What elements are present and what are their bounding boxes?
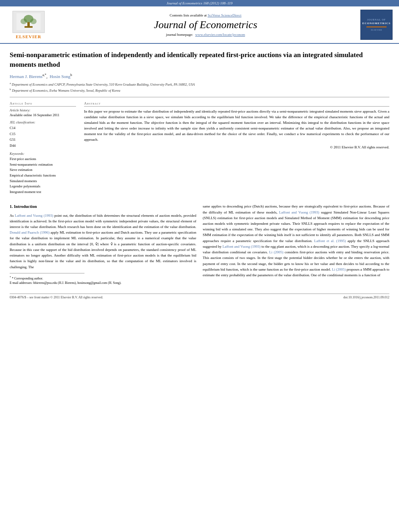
svg-rect-3 bbox=[25, 26, 33, 28]
paper-title: Semi-nonparametric estimation of indepen… bbox=[10, 50, 389, 70]
history-block: Article history: Available online 16 Sep… bbox=[10, 108, 76, 117]
author-bierens: Herman J. Bierensa,*, bbox=[10, 74, 49, 79]
li-2005-link2[interactable]: Li (2005) bbox=[332, 267, 346, 271]
intro-heading: 1. Introduction bbox=[10, 203, 196, 210]
keywords-label: Keywords: bbox=[10, 152, 76, 156]
svg-point-4 bbox=[21, 18, 27, 24]
elsevier-text: ELSEVIER bbox=[16, 34, 41, 39]
homepage-label: journal homepage: www.elsevier.com/locat… bbox=[51, 33, 360, 37]
header-divider bbox=[10, 97, 389, 97]
affiliation-a: a Department of Economics and CAPCP, Pen… bbox=[10, 81, 389, 87]
abstract-col: Abstract In this paper we propose to est… bbox=[84, 101, 389, 198]
li-2005-link[interactable]: Li (2005) bbox=[269, 250, 283, 254]
left-body: As Laffont and Vuong (1993) point out, t… bbox=[10, 213, 196, 270]
main-right: same applies to descending price (Dutch)… bbox=[203, 203, 389, 286]
copyright: © 2011 Elsevier B.V. All rights reserved… bbox=[84, 145, 389, 149]
authors-line: Herman J. Bierensa,*, Hosin Songb bbox=[10, 74, 389, 79]
jel-label: JEL classification: bbox=[10, 120, 76, 124]
affiliation-b: b Department of Economics, Ewha Womans U… bbox=[10, 87, 389, 93]
page-footer: 0304-4076/$ – see front matter © 2011 El… bbox=[10, 294, 389, 299]
section-number: 1. bbox=[10, 204, 13, 209]
donald-paarsch-link[interactable]: Donald and Paarsch (1996) bbox=[10, 230, 49, 234]
laffont-vuong-1993-link-left[interactable]: Laffont and Vuong (1993) bbox=[15, 214, 53, 218]
affiliations: a Department of Economics and CAPCP, Pen… bbox=[10, 81, 389, 93]
jel-codes: C14 C15 G51 D44 bbox=[10, 125, 76, 148]
available-online: Available online 16 September 2011 bbox=[10, 113, 76, 117]
elsevier-logo-image bbox=[12, 11, 45, 33]
right-body: same applies to descending price (Dutch)… bbox=[203, 203, 389, 278]
svg-point-5 bbox=[30, 18, 37, 24]
top-bar: Journal of Econometrics 168 (2012) 108–1… bbox=[0, 0, 399, 6]
history-label: Article history: bbox=[10, 108, 76, 112]
footnote-divider bbox=[10, 273, 84, 273]
homepage-url[interactable]: www.elsevier.com/locate/jeconom bbox=[195, 33, 245, 37]
keyword-list: First-price auctions Semi-nonparametric … bbox=[10, 156, 76, 195]
journal-header: ELSEVIER Contents lists available at Sci… bbox=[0, 6, 399, 44]
laffont-vuong-1993-link-right[interactable]: Laffont and Vuong (1993) bbox=[279, 210, 319, 214]
journal-center: Contents lists available at SciVerse Sci… bbox=[51, 13, 360, 37]
elsevier-logo: ELSEVIER bbox=[6, 11, 51, 39]
article-info-label: Article Info bbox=[10, 101, 76, 107]
footer-issn: 0304-4076/$ – see front matter © 2011 El… bbox=[10, 296, 103, 299]
sciverse-text: Contents lists available at SciVerse Sci… bbox=[51, 13, 360, 17]
journal-title: Journal of Econometrics bbox=[51, 19, 360, 31]
footer-doi: doi:10.1016/j.jeconom.2011.09.012 bbox=[343, 296, 389, 299]
jel-block: JEL classification: C14 C15 G51 D44 bbox=[10, 120, 76, 148]
abstract-label: Abstract bbox=[84, 101, 389, 107]
sciverse-link[interactable]: SciVerse ScienceDirect bbox=[208, 13, 241, 17]
journal-right-logo: JOURNAL OF ECONOMETRICS ELSEVIER bbox=[360, 10, 393, 40]
author-song: Hosin Songb bbox=[49, 74, 72, 79]
footnote-email: E-mail addresses: hbierens@psu.edu (H.J.… bbox=[10, 281, 196, 286]
main-left: 1. Introduction As Laffont and Vuong (19… bbox=[10, 203, 196, 286]
laffont-vuong-1993-link-right2[interactable]: Laffont and Vuong (1993) bbox=[222, 244, 261, 249]
logo-divider bbox=[366, 27, 387, 27]
keywords-block: Keywords: First-price auctions Semi-nonp… bbox=[10, 152, 76, 195]
laffont-et-al-1995-link[interactable]: Laffont et al. (1995) bbox=[314, 239, 346, 243]
section-title: Introduction bbox=[14, 204, 37, 209]
footnote-star: * * Corresponding author. bbox=[10, 275, 196, 281]
article-info: Article Info Article history: Available … bbox=[10, 101, 76, 198]
abstract-text: In this paper we propose to estimate the… bbox=[84, 109, 389, 143]
